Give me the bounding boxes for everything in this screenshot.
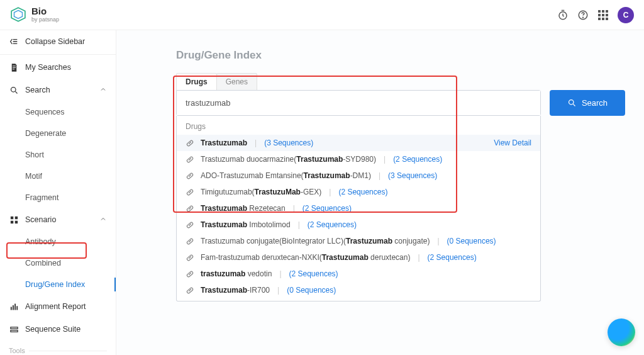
pill-icon [186, 237, 194, 245]
sidebar-item-motif[interactable]: Motif [0, 166, 116, 187]
pill-icon [186, 171, 194, 180]
help-icon[interactable] [577, 9, 589, 21]
suggestion-row[interactable]: Trastuzumab|(3 Sequences)View Detail [177, 135, 540, 151]
timer-icon[interactable] [557, 9, 569, 21]
svg-marker-0 [11, 8, 25, 22]
drug-name: Trastuzumab Imbotolimod [201, 220, 291, 229]
sidebar-item-sequence-suite[interactable]: Sequence Suite [0, 318, 116, 341]
sidebar-item-scenario[interactable]: Scenario [0, 208, 116, 231]
suggestion-row[interactable]: Trastuzumab Rezetecan|(2 Sequences) [177, 200, 540, 217]
tabs: Drugs Genes [176, 73, 625, 90]
pill-icon [186, 188, 194, 196]
sequence-count: (2 Sequences) [428, 253, 477, 262]
suggestion-row[interactable]: Trastuzumab-IR700|(0 Sequences) [177, 282, 540, 298]
sidebar-item-drug-gene-index[interactable]: Drug/Gene Index [0, 274, 116, 295]
sequence-count: (0 Sequences) [287, 286, 336, 295]
tab-genes[interactable]: Genes [216, 73, 257, 90]
suggestion-row[interactable]: Trastuzumab Imbotolimod|(2 Sequences) [177, 217, 540, 233]
drug-name: Trastuzumab-IR700 [201, 286, 270, 295]
tools-section-label: Tools [0, 341, 116, 355]
sidebar-item-my-searches[interactable]: My Searches [0, 56, 116, 79]
sidebar-item-short[interactable]: Short [0, 144, 116, 166]
sequence-count: (2 Sequences) [338, 188, 387, 196]
suggestions-dropdown: Drugs Trastuzumab|(3 Sequences)View Deta… [176, 116, 541, 301]
pill-icon [186, 269, 194, 278]
pill-icon [186, 286, 194, 295]
search-icon [567, 98, 577, 108]
sidebar-label: Search [25, 86, 50, 94]
search-row: Search [176, 90, 625, 116]
pill-icon [186, 220, 194, 229]
drug-name: Trastuzumab duocarmazine(Trastuzumab-SYD… [201, 155, 376, 164]
topbar-actions: C [557, 7, 634, 23]
brand-text: Bio by patsnap [31, 6, 59, 23]
avatar[interactable]: C [618, 7, 634, 23]
svg-rect-10 [14, 216, 17, 218]
drug-name: Fam-trastuzumab deruxtecan-NXKI(Trastuzu… [201, 253, 410, 262]
sidebar-item-sequences[interactable]: Sequences [0, 101, 116, 123]
sequence-count: (2 Sequences) [308, 220, 357, 229]
svg-point-4 [583, 17, 584, 18]
chat-fab[interactable] [608, 318, 635, 346]
svg-rect-9 [10, 216, 13, 218]
pill-icon [186, 155, 194, 164]
scenario-icon [9, 215, 19, 225]
topbar: Bio by patsnap C [0, 0, 644, 30]
svg-rect-12 [14, 220, 17, 223]
divider [0, 54, 116, 55]
search-icon [9, 85, 19, 95]
chevron-up-icon [99, 215, 107, 225]
svg-rect-11 [10, 220, 13, 223]
sidebar-label: Alignment Report [25, 302, 86, 311]
search-input[interactable] [177, 91, 540, 115]
suggestions-header: Drugs [177, 116, 540, 135]
drug-name: Trastuzumab conjugate(BioIntegrator LLC)… [201, 237, 430, 245]
tab-drugs[interactable]: Drugs [176, 73, 217, 90]
sidebar-item-antibody[interactable]: Antibody [0, 231, 116, 252]
document-icon [9, 62, 19, 72]
pill-icon [186, 204, 194, 213]
main: Drug/Gene Index Drugs Genes Search Drugs… [116, 30, 644, 355]
suggestion-row[interactable]: Trastuzumab conjugate(BioIntegrator LLC)… [177, 233, 540, 249]
pill-icon [186, 253, 194, 262]
svg-rect-13 [10, 307, 11, 310]
sequence-count: (2 Sequences) [303, 204, 352, 213]
chevron-up-icon [99, 86, 107, 95]
view-detail-link[interactable]: View Detail [494, 138, 531, 147]
apps-icon[interactable] [597, 9, 609, 21]
sequence-count: (3 Sequences) [264, 138, 313, 147]
svg-rect-18 [10, 330, 17, 332]
svg-rect-15 [14, 303, 16, 310]
svg-rect-6 [13, 67, 16, 67]
collapse-label: Collapse Sidebar [25, 37, 85, 46]
sidebar-label: Sequence Suite [25, 325, 80, 334]
svg-rect-16 [16, 306, 18, 310]
suggestion-row[interactable]: ADO-Trastuzumab Emtansine(Trastuzumab-DM… [177, 167, 540, 184]
suggestion-row[interactable]: Trastuzumab duocarmazine(Trastuzumab-SYD… [177, 151, 540, 167]
search-button-label: Search [582, 98, 608, 108]
svg-rect-5 [13, 65, 16, 66]
suggestion-row[interactable]: trastuzumab vedotin|(2 Sequences) [177, 266, 540, 282]
brand-subtitle: by patsnap [31, 17, 59, 23]
sidebar: Collapse Sidebar My Searches Search Sequ… [0, 30, 116, 355]
sidebar-label: Scenario [25, 215, 56, 224]
sequence-count: (3 Sequences) [388, 171, 437, 180]
collapse-sidebar[interactable]: Collapse Sidebar [0, 30, 116, 53]
sidebar-item-search[interactable]: Search [0, 79, 116, 101]
drug-name: Timigutuzumab(TrastuzuMab-GEX) [201, 188, 321, 196]
search-box [176, 90, 541, 116]
svg-rect-17 [10, 327, 17, 329]
svg-marker-1 [14, 11, 23, 19]
svg-rect-14 [13, 305, 14, 310]
suggestion-row[interactable]: Timigutuzumab(TrastuzuMab-GEX)|(2 Sequen… [177, 184, 540, 200]
suggestion-row[interactable]: Fam-trastuzumab deruxtecan-NXKI(Trastuzu… [177, 249, 540, 266]
sidebar-item-alignment-report[interactable]: Alignment Report [0, 295, 116, 318]
brand-name: Bio [31, 6, 59, 17]
sidebar-item-fragment[interactable]: Fragment [0, 187, 116, 208]
brand[interactable]: Bio by patsnap [10, 6, 59, 23]
sidebar-item-degenerate[interactable]: Degenerate [0, 123, 116, 144]
sequence-count: (2 Sequences) [393, 155, 442, 164]
search-button[interactable]: Search [550, 90, 625, 116]
collapse-icon [9, 37, 19, 47]
sidebar-item-combined[interactable]: Combined [0, 252, 116, 274]
